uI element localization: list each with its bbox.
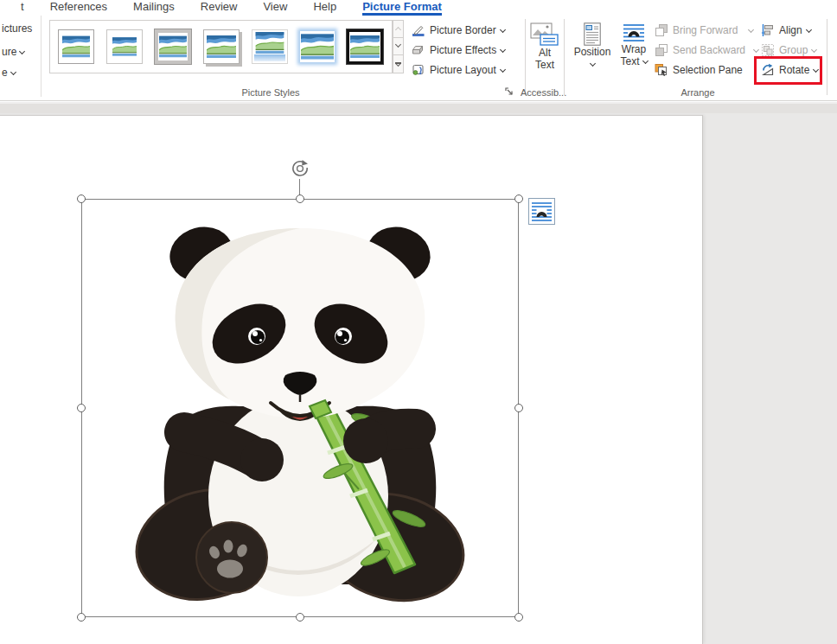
send-backward-label: Send Backward [673,44,745,56]
gallery-scroll-up-button[interactable] [393,20,404,38]
picture-layout-button[interactable]: Picture Layout [412,62,505,78]
chevron-down-icon [642,57,648,63]
tab-clipped[interactable]: t [21,0,24,13]
group-button: Group [761,42,816,58]
rotate-button[interactable]: Rotate [761,62,818,78]
selection-pane-label: Selection Pane [673,64,743,76]
alt-text-icon [530,22,559,47]
clipped-button-label: ure [2,46,16,58]
layout-options-button[interactable] [528,198,555,225]
picture-effects-button[interactable]: Picture Effects [412,42,505,58]
landscape-preview-icon [159,34,187,60]
rotation-handle-icon[interactable] [291,159,310,178]
position-icon [584,22,601,46]
chevron-down-icon [806,26,812,32]
picture-style-thumbnail-reflected-rectangle[interactable] [252,29,288,64]
position-button[interactable]: Position [569,22,616,66]
clipped-button-pictures[interactable]: ictures [2,22,32,35]
clipped-button-ure[interactable]: ure [2,46,24,58]
wrap-text-label-line1: Wrap [622,43,646,55]
picture-layout-icon [412,63,425,77]
picture-styles-gallery [49,20,393,73]
chevron-down-icon [589,61,595,67]
wrap-text-button[interactable]: Wrap Text [614,22,654,67]
picture-layout-label: Picture Layout [430,64,496,76]
rotate-icon [761,63,775,77]
chevron-down-icon [813,66,819,72]
group-label: Group [779,44,808,56]
resize-handle-top-left[interactable] [77,194,86,203]
resize-handle-bottom-left[interactable] [77,613,86,622]
selection-pane-button[interactable]: Selection Pane [655,62,743,78]
picture-border-button[interactable]: Picture Border [412,22,505,38]
alt-text-label-line1: Alt [539,47,551,59]
chevron-down-icon [500,26,506,32]
alt-text-button[interactable]: Alt Text [526,22,564,71]
tab-mailings[interactable]: Mailings [133,0,175,13]
gallery-scroll-down-button[interactable] [393,38,404,56]
landscape-preview-icon [62,34,90,60]
picture-style-gallery-items [50,21,392,73]
selection-box[interactable] [81,199,519,617]
ribbon-tab-bar: t References Mailings Review View Help P… [0,0,837,16]
chevron-down-icon [748,26,754,32]
align-button[interactable]: Align [761,22,811,38]
clipped-button-label: e [2,67,8,79]
rotate-label: Rotate [779,64,809,76]
picture-style-thumbnail-drop-shadow-rectangle[interactable] [203,29,240,64]
landscape-preview-icon [207,33,236,61]
picture-style-thumbnail-metal-frame[interactable] [155,29,191,64]
landscape-preview-icon [112,35,137,58]
chevron-down-icon [500,66,506,72]
landscape-preview-icon [254,32,285,54]
resize-handle-middle-right[interactable] [514,404,523,412]
layout-options-icon [529,199,554,224]
group-separator [827,19,827,95]
picture-style-thumbnail-simple-frame-white[interactable] [58,29,94,64]
clipped-left-group: ictures ure e [0,16,42,97]
align-label: Align [779,24,802,36]
resize-handle-top-right[interactable] [514,194,523,203]
bring-forward-button: Bring Forward [655,22,753,38]
tab-references[interactable]: References [50,0,107,13]
picture-style-thumbnail-soft-edge-rectangle[interactable] [300,31,335,62]
accessibility-group-label: Accessib... [521,87,565,98]
group-separator [564,19,565,95]
picture-effects-icon [412,43,425,57]
chevron-down-icon [395,41,401,48]
resize-handle-top-center[interactable] [296,194,304,203]
clipped-button-e[interactable]: e [2,67,16,79]
tab-help[interactable]: Help [313,0,336,13]
picture-style-thumbnail-simple-frame-black[interactable] [347,29,383,64]
alt-text-label-line2: Text [535,59,554,71]
wrap-text-label-line2: Text [620,55,639,67]
picture-style-thumbnail-beveled-matte-white[interactable] [106,29,143,64]
chevron-down-icon [811,46,817,52]
chevron-down-icon [500,46,506,52]
chevron-down-icon [10,68,16,74]
landscape-preview-icon [301,32,334,61]
rotation-handle-stem [299,179,300,195]
chevron-up-icon [395,27,401,33]
bring-forward-icon [655,23,668,37]
resize-handle-bottom-center[interactable] [296,613,304,622]
word-window: t References Mailings Review View Help P… [0,0,837,644]
align-icon [761,23,775,37]
tab-review[interactable]: Review [201,0,238,13]
bring-forward-label: Bring Forward [673,24,738,36]
chevron-down-icon [19,48,25,54]
send-backward-button: Send Backward [655,42,753,58]
position-label: Position [574,46,611,58]
picture-styles-dialog-launcher[interactable] [504,86,514,97]
gallery-more-button[interactable] [393,55,404,73]
resize-handle-bottom-right[interactable] [514,613,523,622]
tab-picture-format[interactable]: Picture Format [362,0,442,16]
tab-view[interactable]: View [263,0,287,13]
landscape-preview-icon [350,33,380,61]
wrap-text-icon [623,22,645,43]
resize-handle-middle-left[interactable] [77,404,86,412]
selection-pane-icon [655,63,668,77]
group-objects-icon [761,43,775,57]
ribbon-bottom-band [0,102,837,113]
ribbon: ictures ure e [0,16,837,101]
